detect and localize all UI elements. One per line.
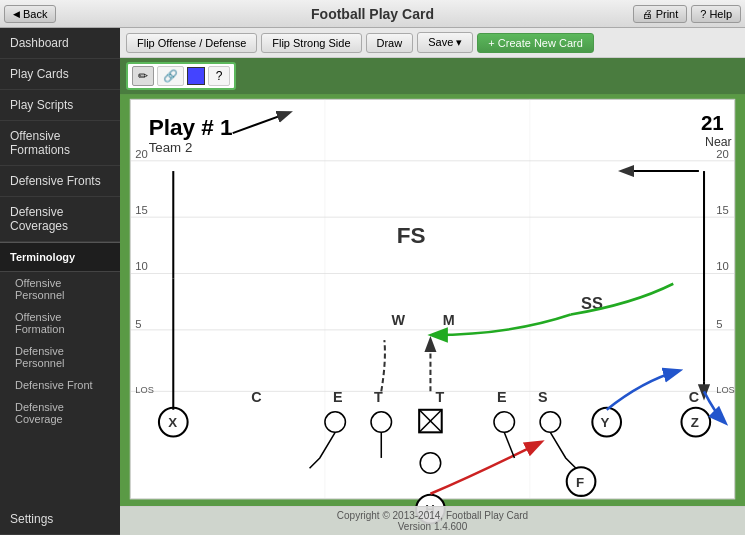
create-new-card-button[interactable]: + Create New Card [477,33,593,53]
sidebar-item-play-scripts[interactable]: Play Scripts [0,90,120,121]
copyright-bar: Copyright © 2013-2014, Football Play Car… [120,506,745,535]
svg-text:T: T [436,389,445,405]
svg-text:Y: Y [601,415,610,430]
svg-text:20: 20 [135,148,148,160]
sidebar-item-defensive-fronts[interactable]: Defensive Fronts [0,166,120,197]
svg-point-46 [540,412,560,432]
help-button[interactable]: ? Help [691,5,741,23]
draw-toolbar: ✏ 🔗 ? [126,62,236,90]
draw-button[interactable]: Draw [366,33,414,53]
sidebar-item-defensive-coverages[interactable]: Defensive Coverages [0,197,120,242]
save-button[interactable]: Save ▾ [417,32,473,53]
svg-point-40 [325,412,345,432]
svg-text:C: C [689,389,699,405]
svg-text:21: 21 [701,111,724,134]
svg-text:Z: Z [691,415,699,430]
main-body: Dashboard Play Cards Play Scripts Offens… [0,28,745,535]
toolbar: Flip Offense / Defense Flip Strong Side … [120,28,745,58]
sidebar-section-terminology: Terminology [0,242,120,272]
header-actions: 🖨 Print ? Help [633,5,741,23]
svg-text:LOS: LOS [716,385,734,395]
svg-text:S: S [538,389,548,405]
svg-text:20: 20 [716,148,729,160]
pencil-tool-button[interactable]: ✏ [132,66,154,86]
play-wrapper: 20 15 10 5 LOS 20 15 10 5 LOS Play # 1 T [120,94,745,535]
page-title: Football Play Card [311,6,434,22]
svg-point-45 [494,412,514,432]
content-area: Flip Offense / Defense Flip Strong Side … [120,28,745,535]
sidebar-item-defensive-front[interactable]: Defensive Front [0,374,120,396]
svg-text:X: X [168,415,177,430]
svg-text:Team 2: Team 2 [149,140,193,155]
svg-text:C: C [251,389,261,405]
svg-text:W: W [392,312,406,328]
flip-strong-side-button[interactable]: Flip Strong Side [261,33,361,53]
field-diagram[interactable]: 20 15 10 5 LOS 20 15 10 5 LOS Play # 1 T [120,94,745,535]
sidebar-item-defensive-coverage[interactable]: Defensive Coverage [0,396,120,430]
svg-text:E: E [333,389,343,405]
svg-text:E: E [497,389,507,405]
svg-text:Near: Near [705,135,732,149]
svg-text:FS: FS [397,223,426,248]
print-icon: 🖨 [642,8,653,20]
svg-text:LOS: LOS [135,385,153,395]
svg-text:5: 5 [716,318,722,330]
svg-text:15: 15 [135,204,148,216]
svg-text:5: 5 [135,318,141,330]
svg-text:10: 10 [135,260,148,272]
color-swatch[interactable] [187,67,205,85]
svg-text:15: 15 [716,204,729,216]
sidebar-item-dashboard[interactable]: Dashboard [0,28,120,59]
flip-offense-defense-button[interactable]: Flip Offense / Defense [126,33,257,53]
svg-text:Play # 1: Play # 1 [149,115,233,140]
svg-text:M: M [443,312,455,328]
sidebar-item-offensive-formation[interactable]: Offensive Formation [0,306,120,340]
print-button[interactable]: 🖨 Print [633,5,688,23]
back-button[interactable]: Back [4,5,56,23]
sidebar-item-offensive-personnel[interactable]: Offensive Personnel [0,272,120,306]
help-icon: ? [700,8,706,20]
play-field: 20 15 10 5 LOS 20 15 10 5 LOS Play # 1 T [120,94,745,535]
sidebar-item-offensive-formations[interactable]: Offensive Formations [0,121,120,166]
help-tool-button[interactable]: ? [208,66,230,86]
sidebar-item-play-cards[interactable]: Play Cards [0,59,120,90]
svg-text:F: F [576,475,584,490]
sidebar-item-defensive-personnel[interactable]: Defensive Personnel [0,340,120,374]
link-tool-button[interactable]: 🔗 [157,66,184,86]
svg-point-41 [371,412,391,432]
svg-rect-1 [130,99,735,499]
svg-point-51 [420,453,440,473]
sidebar-item-settings[interactable]: Settings [0,504,120,535]
sidebar: Dashboard Play Cards Play Scripts Offens… [0,28,120,535]
svg-text:10: 10 [716,260,729,272]
header: Back Football Play Card 🖨 Print ? Help [0,0,745,28]
